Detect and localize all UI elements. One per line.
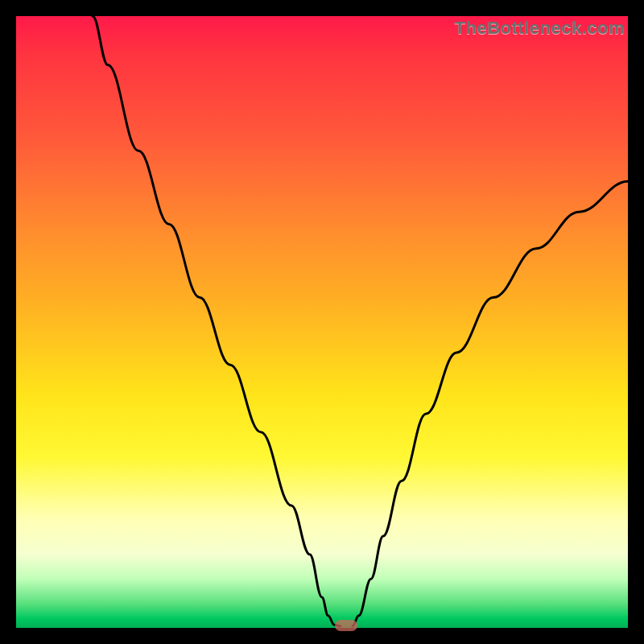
figure-frame: TheBottleneck.com bbox=[0, 0, 644, 644]
curve-right bbox=[353, 181, 628, 626]
plot-area: TheBottleneck.com bbox=[16, 16, 628, 628]
curve-minimum-marker bbox=[335, 620, 357, 631]
chart-curve bbox=[16, 16, 628, 628]
curve-left bbox=[93, 16, 341, 626]
